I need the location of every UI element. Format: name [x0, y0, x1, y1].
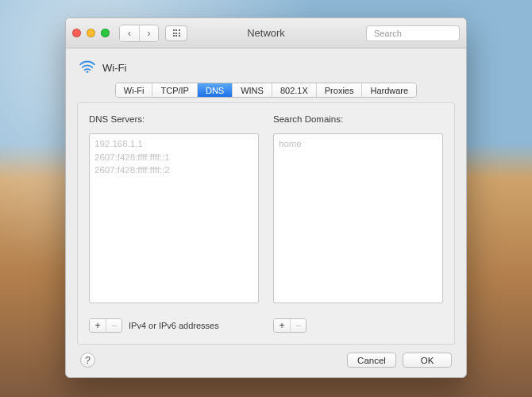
content: Wi-Fi Wi-FiTCP/IPDNSWINS802.1XProxiesHar… [66, 48, 466, 377]
search-domain-remove-button[interactable]: − [290, 319, 306, 332]
search-field[interactable] [366, 25, 460, 41]
dns-servers-plusminus: + − [89, 318, 122, 333]
dns-hint: IPv4 or IPv6 addresses [129, 321, 219, 330]
search-domains-list[interactable]: home [273, 133, 443, 303]
chevron-left-icon: ‹ [128, 28, 131, 39]
tab-proxies[interactable]: Proxies [316, 83, 362, 97]
svg-point-2 [87, 71, 89, 73]
dns-panel: DNS Servers: Search Domains: 192.168.1.1… [77, 102, 455, 345]
search-domain-add-button[interactable]: + [274, 319, 290, 332]
tabs: Wi-FiTCP/IPDNSWINS802.1XProxiesHardware [115, 83, 417, 98]
close-icon[interactable] [72, 29, 81, 37]
window-controls [72, 29, 110, 37]
search-input[interactable] [374, 29, 467, 38]
list-item[interactable]: home [279, 137, 438, 151]
search-domains-plusminus: + − [273, 318, 306, 333]
search-domains-label: Search Domains: [273, 114, 443, 124]
footer: ? Cancel OK [77, 345, 455, 368]
search-domains-controls: + − [273, 318, 443, 333]
tab-dns[interactable]: DNS [197, 83, 232, 97]
list-item[interactable]: 2607:f428:ffff:ffff::2 [94, 164, 253, 177]
tab-tcpip[interactable]: TCP/IP [152, 83, 196, 97]
ok-button[interactable]: OK [403, 353, 452, 368]
grid-icon [173, 29, 180, 37]
interface-header: Wi-Fi [77, 56, 455, 83]
tab-bar: Wi-FiTCP/IPDNSWINS802.1XProxiesHardware [77, 83, 455, 98]
titlebar: ‹ › Network [66, 18, 466, 48]
dns-server-remove-button[interactable]: − [106, 319, 121, 332]
help-button[interactable]: ? [80, 353, 95, 368]
tab-wins[interactable]: WINS [232, 83, 272, 97]
list-item[interactable]: 192.168.1.1 [94, 137, 253, 151]
zoom-icon[interactable] [101, 29, 110, 37]
tab-8021x[interactable]: 802.1X [272, 83, 316, 97]
show-all-button[interactable] [165, 25, 187, 41]
back-button[interactable]: ‹ [120, 25, 139, 41]
wifi-icon [79, 60, 96, 76]
dns-servers-list[interactable]: 192.168.1.12607:f428:ffff:ffff::12607:f4… [89, 133, 259, 303]
forward-button[interactable]: › [139, 25, 158, 41]
cancel-button[interactable]: Cancel [347, 353, 396, 368]
network-window: ‹ › Network Wi-Fi Wi-FiTCP/IPDNSWINS802.… [65, 17, 467, 378]
nav-back-forward: ‹ › [119, 25, 159, 42]
list-item[interactable]: 2607:f428:ffff:ffff::1 [94, 151, 253, 164]
interface-name: Wi-Fi [102, 62, 126, 74]
minimize-icon[interactable] [87, 29, 95, 37]
tab-wifi[interactable]: Wi-Fi [116, 83, 152, 97]
dns-servers-controls: + − IPv4 or IPv6 addresses [89, 318, 259, 333]
tab-hardware[interactable]: Hardware [361, 83, 416, 97]
chevron-right-icon: › [148, 28, 151, 39]
dns-servers-label: DNS Servers: [89, 114, 259, 124]
dns-server-add-button[interactable]: + [90, 319, 106, 332]
